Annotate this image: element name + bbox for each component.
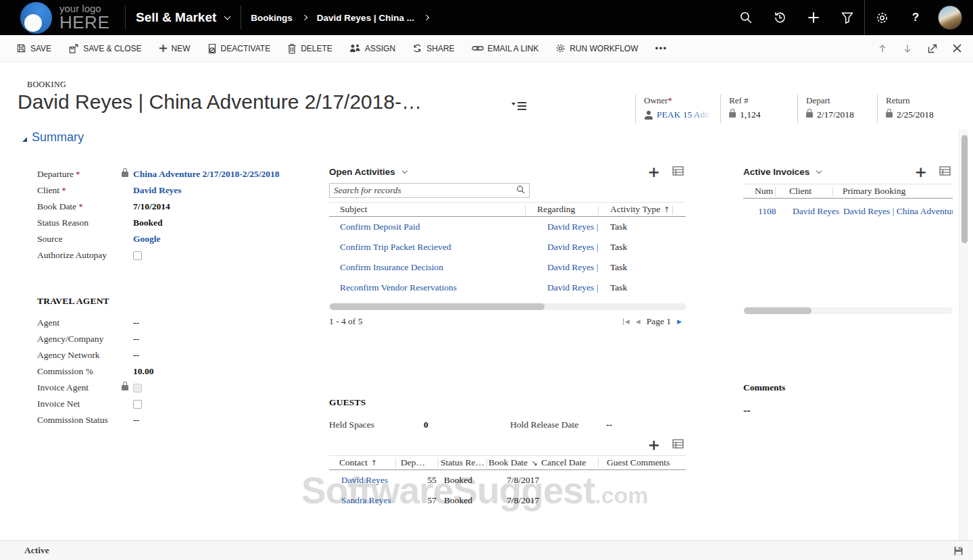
activity-type: Task <box>610 278 627 298</box>
regarding-link[interactable]: David Reyes |… <box>547 282 598 293</box>
column-header-num[interactable]: Num <box>755 184 773 198</box>
logo-icon <box>20 2 52 34</box>
breadcrumb-record[interactable]: David Reyes | China ... <box>317 13 414 23</box>
scrollbar-thumb[interactable] <box>330 303 545 310</box>
guest-contact-link[interactable]: David Reyes <box>341 470 395 490</box>
regarding-link[interactable]: David Reyes |… <box>547 222 598 232</box>
invoice-net-checkbox[interactable] <box>133 400 142 409</box>
lock-icon <box>806 112 813 118</box>
form-selector-icon[interactable] <box>512 102 526 107</box>
close-icon[interactable] <box>953 44 962 53</box>
open-activities-title[interactable]: Open Activities <box>329 167 395 177</box>
deactivate-button[interactable]: DEACTIVATE <box>207 43 271 54</box>
previous-record-icon[interactable] <box>878 44 887 53</box>
field-departure: Departure * China Adventure 2/17/2018-2/… <box>37 166 321 182</box>
scrollbar-thumb[interactable] <box>744 307 812 314</box>
regarding-link[interactable]: David Reyes |… <box>547 262 598 273</box>
search-icon[interactable] <box>516 184 525 197</box>
help-icon[interactable]: ? <box>899 0 932 35</box>
quick-create-icon[interactable] <box>797 0 830 35</box>
field-status-reason: Status Reason Booked <box>37 215 321 231</box>
owner-link[interactable]: PEAK 15 Admin <box>657 109 714 120</box>
column-header-guest-comments[interactable]: Guest Comments <box>607 456 670 469</box>
source-link[interactable]: Google <box>133 234 161 245</box>
run-workflow-button[interactable]: RUN WORKFLOW <box>555 43 638 53</box>
column-header-activity-type[interactable]: Activity Type ↑ <box>610 203 670 216</box>
invoice-num-link[interactable]: 1108 <box>758 201 776 222</box>
app-switcher[interactable]: Sell & Market <box>126 10 241 25</box>
client-link[interactable]: David Reyes <box>133 185 182 196</box>
column-header-regarding[interactable]: Regarding <box>537 203 575 216</box>
activity-row: Reconfirm Vendor Reservations David Reye… <box>329 278 686 298</box>
email-link-button[interactable]: EMAIL A LINK <box>472 44 539 53</box>
invoices-hscrollbar[interactable] <box>743 307 953 314</box>
delete-button[interactable]: DELETE <box>287 43 332 54</box>
share-button[interactable]: SHARE <box>412 43 454 53</box>
guest-status: Booked <box>444 490 472 511</box>
column-header-primary-booking[interactable]: Primary Booking <box>843 184 905 198</box>
guests-heading: GUESTS <box>329 397 686 408</box>
guest-status: Booked <box>444 470 472 490</box>
open-grid-view-icon[interactable] <box>672 166 684 178</box>
page-vscrollbar[interactable] <box>959 130 968 540</box>
guest-book-date: 7/8/2017 <box>507 490 539 511</box>
sort-asc-icon: ↑ <box>664 205 670 214</box>
field-commission-pct: Commission % 10.00 <box>37 363 321 380</box>
lock-icon <box>886 112 893 118</box>
search-icon[interactable] <box>729 0 763 35</box>
active-invoices-title[interactable]: Active Invoices <box>743 167 809 177</box>
record-count: 1 - 4 of 5 <box>329 316 363 327</box>
add-activity-button[interactable]: + <box>648 167 660 178</box>
add-invoice-button[interactable]: + <box>915 167 927 178</box>
first-page-icon[interactable]: ◀ <box>623 318 629 325</box>
previous-page-icon[interactable]: ◀ <box>636 318 641 325</box>
authorize-autopay-checkbox[interactable] <box>133 251 142 260</box>
regarding-link[interactable]: David Reyes |… <box>547 242 598 253</box>
column-header-dep[interactable]: Dep… <box>401 456 425 469</box>
activities-hscrollbar[interactable] <box>329 303 686 310</box>
save-and-close-button[interactable]: SAVE & CLOSE <box>68 43 141 54</box>
new-button[interactable]: NEW <box>159 44 191 53</box>
activity-subject-link[interactable]: Confirm Insurance Decision <box>340 257 522 278</box>
popout-icon[interactable] <box>928 44 937 53</box>
lock-icon <box>729 112 736 118</box>
next-page-icon[interactable]: ▶ <box>677 318 682 325</box>
column-header-client[interactable]: Client <box>789 184 812 198</box>
invoice-agent-checkbox <box>133 384 142 392</box>
activities-search-box <box>329 183 530 198</box>
user-avatar[interactable] <box>938 5 962 30</box>
save-button[interactable]: SAVE <box>16 43 51 53</box>
filter-icon[interactable] <box>830 0 864 35</box>
settings-gear-icon[interactable] <box>865 0 899 35</box>
invoice-client-link[interactable]: David Reyes <box>793 201 839 222</box>
assign-button[interactable]: ASSIGN <box>349 43 395 53</box>
column-header-subject[interactable]: Subject <box>340 203 368 216</box>
activity-subject-link[interactable]: Confirm Deposit Paid <box>340 217 522 237</box>
add-guest-button[interactable]: + <box>648 440 660 451</box>
activity-subject-link[interactable]: Confirm Trip Packet Recieved <box>340 237 522 257</box>
tab-summary[interactable]: Summary <box>22 130 84 145</box>
guests-grid-view-icon[interactable] <box>672 439 684 451</box>
column-header-status[interactable]: Status Re… <box>441 456 484 469</box>
record-status: Active <box>24 545 49 556</box>
next-record-icon[interactable] <box>903 44 912 53</box>
scrollbar-thumb[interactable] <box>962 135 968 243</box>
column-header-cancel-date[interactable]: Cancel Date <box>541 456 586 469</box>
invoice-primary-booking-link[interactable]: David Reyes | China Adventure 2 <box>843 201 953 222</box>
recent-items-icon[interactable] <box>763 0 797 35</box>
guest-contact-link[interactable]: Sandra Reyes <box>341 490 395 511</box>
search-input[interactable] <box>334 185 516 196</box>
departure-link[interactable]: China Adventure 2/17/2018-2/25/2018 <box>133 169 280 180</box>
column-header-book-date[interactable]: Book Date ↘ <box>489 456 537 469</box>
command-bar: SAVE SAVE & CLOSE NEW DEACTIVATE DELETE … <box>0 35 973 62</box>
column-header-contact[interactable]: Contact ↑ <box>339 456 377 469</box>
field-source: Source Google <box>37 231 321 247</box>
activity-subject-link[interactable]: Reconfirm Vendor Reservations <box>340 278 522 298</box>
footer-save-icon[interactable] <box>953 546 964 556</box>
comments-heading: Comments <box>743 382 946 393</box>
more-commands-button[interactable]: ••• <box>655 43 668 53</box>
guest-row: David Reyes 55 Booked 7/8/2017 <box>329 470 686 490</box>
invoices-grid-view-icon[interactable] <box>939 166 951 178</box>
breadcrumb-bookings[interactable]: Bookings <box>251 13 293 23</box>
entity-type-label: BOOKING <box>27 80 66 90</box>
